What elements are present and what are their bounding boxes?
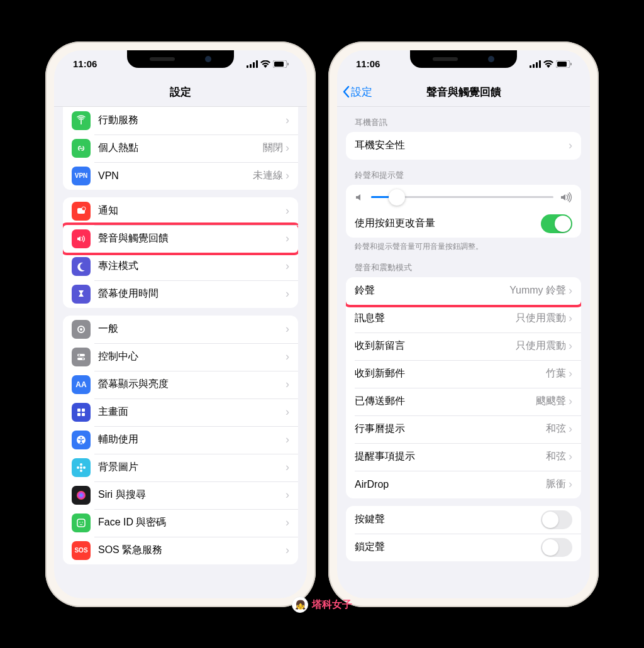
settings-row[interactable]: 通知› — [63, 197, 298, 225]
sounds-content[interactable]: 耳機音訊 耳機安全性 › 鈴聲和提示聲 — [337, 107, 590, 598]
row-label: 專注模式 — [98, 260, 286, 273]
volume-slider-row — [346, 185, 581, 210]
svg-rect-2 — [253, 62, 255, 68]
sound-row[interactable]: 收到新郵件竹葉› — [346, 360, 581, 388]
svg-point-23 — [80, 463, 82, 466]
svg-rect-16 — [77, 409, 80, 412]
phone-left: 11:06 設定 行動服務›個人熱點關閉›VPNVPN未連線› 通知›聲音與觸覺… — [45, 41, 316, 607]
chevron-right-icon: › — [286, 322, 289, 336]
notch — [127, 50, 234, 68]
sound-row[interactable]: 收到新留言只使用震動› — [346, 332, 581, 360]
row-use-buttons[interactable]: 使用按鈕更改音量 — [346, 210, 581, 238]
svg-rect-18 — [77, 413, 80, 416]
back-button[interactable]: 設定 — [342, 85, 372, 99]
settings-row[interactable]: 主畫面› — [63, 398, 298, 426]
vpn-icon: VPN — [72, 167, 91, 185]
svg-rect-0 — [247, 65, 248, 68]
chevron-right-icon: › — [286, 350, 289, 363]
chevron-right-icon: › — [569, 339, 572, 353]
row-value: 未連線 — [253, 169, 283, 182]
row-value: 只使用震動 — [516, 339, 566, 353]
toggle-switch[interactable] — [541, 538, 572, 557]
speaker-low-icon — [355, 192, 365, 202]
sound-row[interactable]: 行事曆提示和弦› — [346, 415, 581, 443]
row-label: 鈴聲 — [355, 284, 509, 297]
row-label: 收到新留言 — [355, 339, 516, 353]
nav-bar: 設定 — [54, 78, 307, 107]
toggle-row[interactable]: 鎖定聲 — [346, 534, 581, 561]
chevron-left-icon — [342, 85, 350, 98]
settings-row[interactable]: 聲音與觸覺回饋› — [63, 225, 298, 253]
settings-row[interactable]: 行動服務› — [63, 107, 298, 135]
section-header-sounds: 聲音和震動模式 — [346, 252, 581, 277]
row-headphone-safety[interactable]: 耳機安全性 › — [346, 132, 581, 160]
bell-icon — [72, 202, 91, 221]
settings-row[interactable]: AA螢幕顯示與亮度› — [63, 371, 298, 398]
svg-point-9 — [82, 207, 86, 211]
row-label: 螢幕顯示與亮度 — [98, 378, 286, 391]
settings-content[interactable]: 行動服務›個人熱點關閉›VPNVPN未連線› 通知›聲音與觸覺回饋›專注模式›螢… — [54, 107, 307, 598]
settings-row[interactable]: VPNVPN未連線› — [63, 162, 298, 190]
section-header-ringer: 鈴聲和提示聲 — [346, 160, 581, 185]
row-label: 訊息聲 — [355, 312, 516, 325]
settings-row[interactable]: SOSSOS 緊急服務› — [63, 537, 298, 564]
grid-icon — [72, 403, 91, 422]
group-key-sounds: 按鍵聲鎖定聲 — [346, 506, 581, 561]
screen-right: 11:06 設定 聲音與觸覺回饋 耳機音訊 耳機安全性 › 鈴聲和提示聲 — [337, 50, 590, 598]
svg-rect-7 — [80, 119, 82, 124]
sound-row[interactable]: 提醒事項提示和弦› — [346, 443, 581, 471]
status-indicators — [530, 60, 572, 68]
row-value: 脈衝 — [546, 478, 566, 491]
svg-point-30 — [82, 522, 83, 523]
settings-row[interactable]: 背景圖片› — [63, 454, 298, 481]
settings-row[interactable]: 專注模式› — [63, 253, 298, 280]
chevron-right-icon: › — [286, 516, 289, 529]
chevron-right-icon: › — [569, 395, 572, 408]
svg-point-27 — [77, 491, 86, 500]
svg-rect-37 — [570, 63, 572, 65]
sound-row[interactable]: AirDrop脈衝› — [346, 471, 581, 498]
chevron-right-icon: › — [286, 433, 289, 446]
row-label: 提醒事項提示 — [355, 450, 546, 463]
flower-icon — [72, 458, 91, 477]
screen-left: 11:06 設定 行動服務›個人熱點關閉›VPNVPN未連線› 通知›聲音與觸覺… — [54, 50, 307, 598]
toggle-switch[interactable] — [541, 510, 572, 529]
sound-row[interactable]: 訊息聲只使用震動› — [346, 305, 581, 332]
row-value: 颼颼聲 — [536, 395, 566, 408]
toggle-row[interactable]: 按鍵聲 — [346, 506, 581, 534]
aa-icon: AA — [72, 375, 91, 394]
battery-icon — [273, 60, 289, 68]
svg-rect-36 — [557, 62, 567, 67]
cellular-icon — [530, 60, 541, 68]
settings-row[interactable]: 螢幕使用時間› — [63, 280, 298, 308]
settings-row[interactable]: Face ID 與密碼› — [63, 509, 298, 537]
sound-row[interactable]: 已傳送郵件颼颼聲› — [346, 388, 581, 415]
row-label: 聲音與觸覺回饋 — [98, 232, 286, 245]
row-label: 收到新郵件 — [355, 367, 546, 380]
faceid-icon — [72, 513, 91, 532]
settings-row[interactable]: 輔助使用› — [63, 426, 298, 454]
svg-point-11 — [80, 328, 82, 331]
settings-row[interactable]: 一般› — [63, 316, 298, 343]
toggle-use-buttons[interactable] — [541, 214, 572, 233]
svg-rect-32 — [533, 64, 535, 68]
sound-row[interactable]: 鈴聲Yummy 鈴聲› — [346, 277, 581, 305]
chevron-right-icon: › — [286, 287, 289, 300]
chevron-right-icon: › — [286, 232, 289, 245]
settings-group-notifications: 通知›聲音與觸覺回饋›專注模式›螢幕使用時間› — [63, 197, 298, 308]
volume-slider[interactable] — [371, 196, 553, 198]
svg-point-15 — [82, 358, 84, 360]
svg-rect-1 — [250, 64, 252, 68]
row-label: 使用按鈕更改音量 — [355, 217, 541, 230]
row-label: 耳機安全性 — [355, 139, 569, 152]
row-label: VPN — [98, 170, 253, 182]
phone-right: 11:06 設定 聲音與觸覺回饋 耳機音訊 耳機安全性 › 鈴聲和提示聲 — [328, 41, 599, 607]
chevron-right-icon: › — [569, 367, 572, 380]
nav-title: 聲音與觸覺回饋 — [426, 85, 501, 99]
settings-row[interactable]: Siri 與搜尋› — [63, 481, 298, 509]
settings-row[interactable]: 控制中心› — [63, 343, 298, 371]
status-indicators — [247, 60, 289, 68]
row-label: 控制中心 — [98, 350, 286, 363]
settings-row[interactable]: 個人熱點關閉› — [63, 135, 298, 162]
settings-group-network: 行動服務›個人熱點關閉›VPNVPN未連線› — [63, 107, 298, 190]
